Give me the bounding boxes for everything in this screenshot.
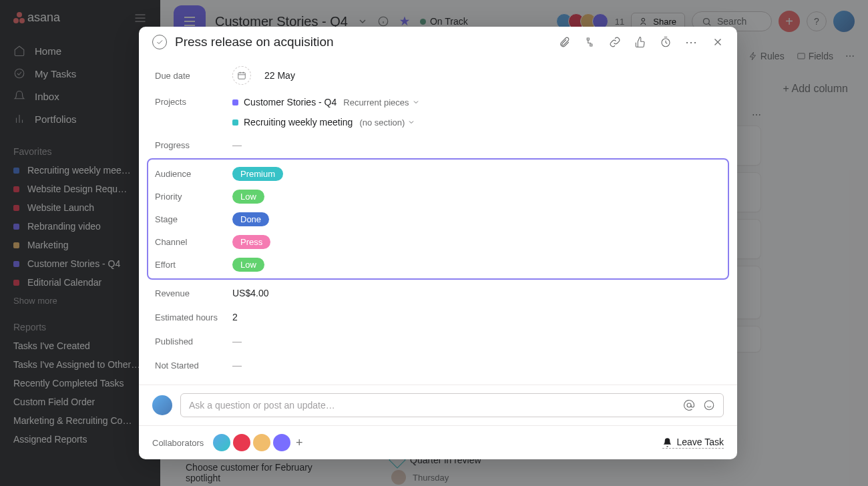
custom-fields-highlight: Audience Premium Priority Low Stage Done… [147, 158, 729, 280]
subtask-icon[interactable] [584, 36, 596, 48]
project-color-dot [232, 119, 238, 126]
section-selector[interactable]: Recurrent pieces [343, 97, 419, 107]
field-published: Published — [155, 329, 721, 353]
field-audience: Audience Premium [155, 162, 721, 185]
svg-point-7 [687, 403, 691, 407]
comment-tools [683, 399, 715, 411]
field-effort: Effort Low [155, 253, 721, 276]
avatar[interactable] [213, 434, 230, 451]
like-icon[interactable] [634, 36, 646, 48]
audience-pill[interactable]: Premium [232, 167, 283, 181]
field-not-started: Not Started — [155, 353, 721, 377]
project-color-dot [232, 99, 238, 105]
progress-value[interactable]: — [232, 140, 242, 150]
project-chip-row: Customer Stories - Q4 Recurrent pieces [232, 97, 420, 107]
complete-task-button[interactable] [152, 35, 167, 49]
due-date-value[interactable]: 22 May [232, 66, 295, 85]
bell-icon [662, 437, 672, 447]
svg-point-8 [704, 401, 714, 410]
field-keyword: Keyword Press [155, 377, 721, 385]
link-icon[interactable] [609, 36, 621, 48]
field-stage: Stage Done [155, 208, 721, 230]
priority-pill[interactable]: Low [232, 190, 264, 204]
project-chip-row: Recruiting weekly meeting (no section) [232, 117, 420, 128]
comment-input[interactable]: Ask a question or post an update… [180, 393, 724, 417]
collaborator-avatars: + [213, 434, 305, 451]
svg-rect-6 [238, 73, 246, 79]
timer-icon[interactable] [660, 36, 672, 48]
collaborators-label: Collaborators [152, 438, 204, 448]
close-icon[interactable] [712, 36, 724, 48]
task-fields: Due date 22 May Projects Customer Storie… [139, 58, 737, 385]
modal-actions: ⋯ [558, 35, 724, 49]
user-avatar [152, 395, 172, 415]
avatar[interactable] [233, 434, 250, 451]
leave-task-button[interactable]: Leave Task [662, 437, 724, 449]
estimated-hours-value[interactable]: 2 [232, 312, 238, 322]
channel-pill[interactable]: Press [232, 235, 270, 249]
field-projects: Projects Customer Stories - Q4 Recurrent… [155, 90, 721, 133]
task-title[interactable]: Press release on acquisition [175, 35, 550, 49]
comment-composer: Ask a question or post an update… [139, 385, 737, 425]
field-priority: Priority Low [155, 185, 721, 208]
project-chip[interactable]: Recruiting weekly meeting [232, 117, 353, 128]
calendar-icon [232, 66, 251, 85]
section-selector[interactable]: (no section) [359, 117, 415, 128]
add-collaborator-button[interactable]: + [293, 437, 305, 449]
field-channel: Channel Press [155, 230, 721, 253]
avatar[interactable] [253, 434, 270, 451]
task-detail-modal: Press release on acquisition ⋯ Due date … [139, 27, 737, 459]
modal-header: Press release on acquisition ⋯ [139, 27, 737, 58]
avatar[interactable] [273, 434, 290, 451]
field-estimated-hours: Estimated hours 2 [155, 305, 721, 329]
mention-icon[interactable] [683, 399, 695, 411]
published-value[interactable]: — [232, 336, 242, 346]
project-chip[interactable]: Customer Stories - Q4 [232, 97, 337, 107]
field-revenue: Revenue US$4.00 [155, 281, 721, 305]
effort-pill[interactable]: Low [232, 258, 264, 272]
emoji-icon[interactable] [703, 399, 715, 411]
more-icon[interactable]: ⋯ [685, 35, 698, 49]
field-progress: Progress — [155, 133, 721, 157]
collaborators-row: Collaborators + Leave Task [139, 425, 737, 459]
not-started-value[interactable]: — [232, 360, 242, 371]
attachment-icon[interactable] [558, 36, 570, 48]
field-due-date: Due date 22 May [155, 61, 721, 90]
stage-pill[interactable]: Done [232, 212, 269, 226]
revenue-value[interactable]: US$4.00 [232, 288, 268, 298]
